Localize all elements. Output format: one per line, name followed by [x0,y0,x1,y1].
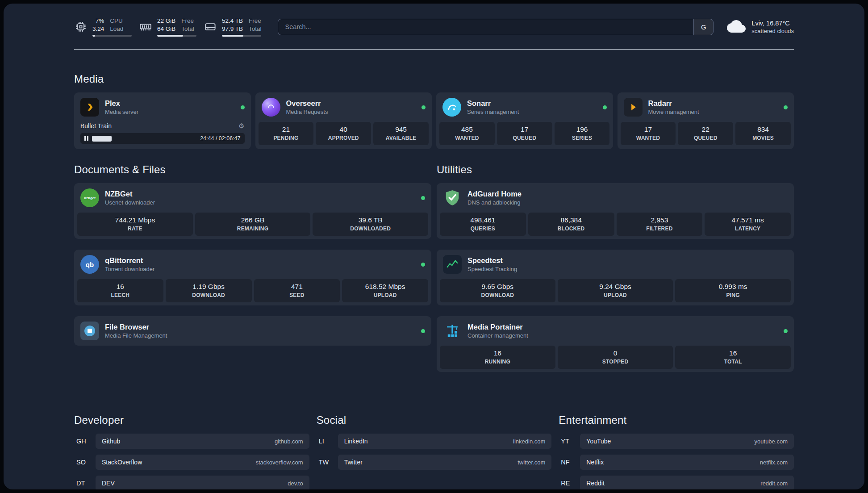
status-dot [784,105,788,109]
service-subtitle: Media server [105,109,138,115]
service-card-qbittorrent[interactable]: qb qBittorrent Torrent downloader 16 LEE… [74,250,431,305]
bookmark-name: Twitter [344,459,363,466]
service-card-portainer[interactable]: Media Portainer Container management 16 … [437,316,794,372]
filebrowser-icon [80,322,99,340]
plex-now-playing: Bullet Train ⚙ 24:44 / 02:06:47 [74,122,251,149]
bookmark-domain: github.com [275,438,303,445]
service-subtitle: Movie management [648,109,699,115]
section-documents: Documents & Files nzbget NZBGet Usenet d… [74,163,431,356]
disk-free-value: 52.4 TB [222,17,243,25]
bookmark-group-developer: Developer GH Github github.com SO StackO… [74,414,309,489]
bookmark-group-entertainment: Entertainment YT YouTube youtube.com NF … [559,414,794,489]
stat-ping: 0.993 ms PING [675,279,791,302]
bookmark-domain: twitter.com [517,459,545,466]
cpu-load-label: Load [110,25,123,33]
playback-bar[interactable]: 24:44 / 02:06:47 [80,133,245,144]
bookmark-youtube[interactable]: YT YouTube youtube.com [559,434,794,449]
bookmark-twitter[interactable]: TW Twitter twitter.com [317,455,552,470]
stat-leech: 16 LEECH [77,279,163,302]
gear-icon[interactable]: ⚙ [238,122,244,130]
playback-progress-track [92,136,196,142]
service-card-filebrowser[interactable]: File Browser Media File Management [74,316,431,346]
bookmark-domain: youtube.com [755,438,788,445]
stat-approved: 40 APPROVED [316,122,371,145]
service-name: Sonarr [467,99,519,108]
service-card-sonarr[interactable]: Sonarr Series management 485 WANTED 17 Q… [436,92,613,149]
stat-latency: 47.571 ms LATENCY [705,213,791,236]
stat-available: 945 AVAILABLE [373,122,429,145]
service-name: Plex [105,99,138,108]
stat-movies: 834 MOVIES [735,122,791,145]
nzbget-icon: nzbget [80,188,99,207]
bookmark-domain: netflix.com [760,459,788,466]
disk-free-label: Free [249,17,262,25]
bookmark-linkedin[interactable]: LI LinkedIn linkedin.com [317,434,552,449]
service-name: Speedtest [467,256,517,265]
stat-pending: 21 PENDING [259,122,314,145]
speedtest-icon [443,255,462,274]
service-card-adguard[interactable]: AdGuard Home DNS and adblocking 498,461 … [437,183,794,239]
bookmark-name: DEV [102,480,115,487]
section-title-media: Media [74,73,794,85]
header-divider [74,49,794,50]
service-name: AdGuard Home [467,190,522,198]
stat-downloaded: 39.6 TB DOWNLOADED [313,213,428,236]
bookmark-name: Netflix [586,459,604,466]
bookmark-abbr: LI [317,438,338,445]
service-name: qBittorrent [105,256,154,265]
portainer-icon [443,322,462,340]
top-bar: 7% 3.24 CPU Load [74,4,794,37]
service-card-nzbget[interactable]: nzbget NZBGet Usenet downloader 744.21 M… [74,183,431,239]
status-dot [421,196,425,200]
status-dot [603,105,607,109]
bookmark-abbr: RE [559,480,580,487]
bookmark-name: Github [102,438,120,445]
cloud-icon [727,19,746,34]
stat-rate: 744.21 Mbps RATE [77,213,193,236]
stat-queries: 498,461 QUERIES [440,213,526,236]
weather-condition: scattered clouds [751,28,794,34]
sonarr-icon [442,98,461,117]
memory-total-label: Total [181,25,194,33]
qbittorrent-icon: qb [80,255,99,274]
section-title-documents: Documents & Files [74,163,431,176]
bookmark-domain: dev.to [288,480,303,487]
service-card-plex[interactable]: Plex Media server Bullet Train ⚙ [74,92,251,149]
status-dot [241,105,245,109]
service-name: File Browser [105,323,167,331]
cpu-label: CPU [110,17,123,25]
bookmark-netflix[interactable]: NF Netflix netflix.com [559,455,794,470]
pause-icon[interactable] [84,136,88,141]
bookmark-domain: linkedin.com [513,438,545,445]
weather-location: Lviv, 16.87°C [751,20,794,27]
adguard-icon [443,188,462,207]
section-title-social: Social [317,414,552,426]
bookmark-abbr: NF [559,459,580,466]
memory-free-value: 22 GiB [157,17,175,25]
bookmark-stackoverflow[interactable]: SO StackOverflow stackoverflow.com [74,455,309,470]
stat-upload: 9.24 Gbps UPLOAD [558,279,673,302]
bookmark-domain: reddit.com [760,480,788,487]
stat-stopped: 0 STOPPED [558,346,673,369]
weather-widget: Lviv, 16.87°C scattered clouds [727,19,794,34]
service-name: Radarr [648,99,699,108]
memory-total-value: 64 GiB [157,25,175,33]
service-card-speedtest[interactable]: Speedtest Speedtest Tracking 9.65 Gbps D… [437,250,794,305]
bookmark-name: Reddit [586,480,604,487]
bookmark-github[interactable]: GH Github github.com [74,434,309,449]
search-input[interactable] [278,19,694,35]
search-provider-button[interactable]: G [693,19,713,35]
service-card-overseerr[interactable]: Overseerr Media Requests 21 PENDING 40 A… [255,92,432,149]
service-subtitle: Container management [467,332,528,339]
stat-upload: 618.52 Mbps UPLOAD [342,279,428,302]
bookmark-dev[interactable]: DT DEV dev.to [74,476,309,489]
service-subtitle: DNS and adblocking [467,199,522,206]
service-card-radarr[interactable]: Radarr Movie management 17 WANTED 22 QUE… [618,92,794,149]
bookmark-name: YouTube [586,438,611,445]
stat-seed: 471 SEED [254,279,340,302]
bookmark-name: StackOverflow [102,459,142,466]
memory-icon [139,20,152,33]
stat-queued: 17 QUEUED [497,122,552,145]
radarr-icon [624,98,643,117]
bookmark-reddit[interactable]: RE Reddit reddit.com [559,476,794,489]
